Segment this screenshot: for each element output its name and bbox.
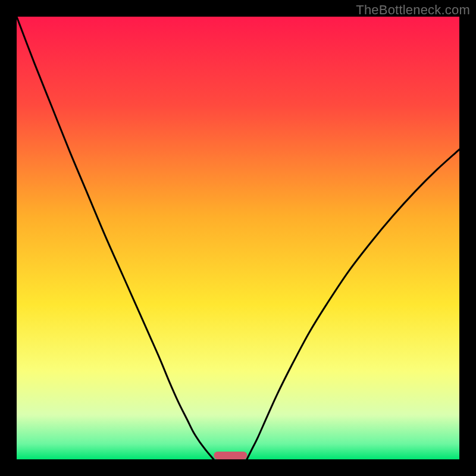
trough-marker xyxy=(214,452,247,459)
watermark-text: TheBottleneck.com xyxy=(356,2,470,18)
bottleneck-chart xyxy=(17,17,459,459)
chart-frame: TheBottleneck.com xyxy=(0,0,476,476)
gradient-background xyxy=(17,17,459,459)
